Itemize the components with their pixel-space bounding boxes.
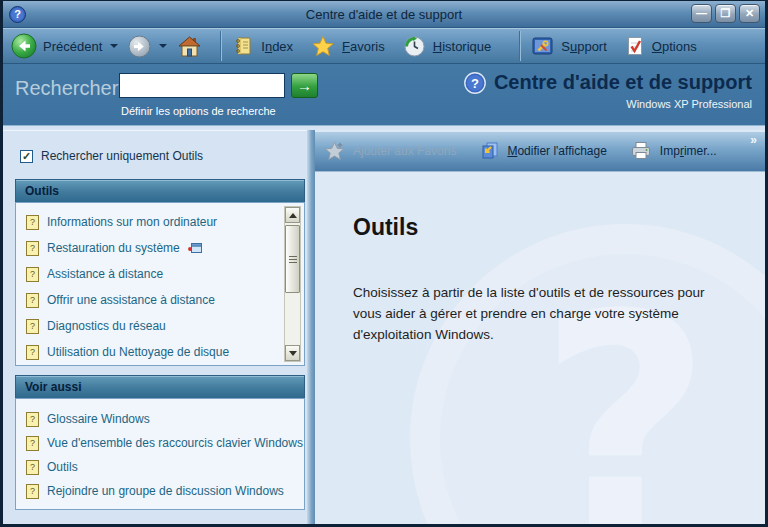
help-doc-icon bbox=[26, 412, 39, 427]
toolbar-button-index[interactable]: Index bbox=[232, 35, 293, 57]
help-doc-icon bbox=[26, 293, 39, 308]
list-item[interactable]: Restauration du système bbox=[16, 235, 304, 261]
watermark-question-circle: ? bbox=[410, 224, 765, 524]
back-dropdown-caret[interactable] bbox=[110, 44, 118, 48]
minimize-button[interactable]: — bbox=[691, 4, 712, 23]
print-label: Imprimer... bbox=[660, 144, 717, 158]
help-doc-icon bbox=[26, 241, 39, 256]
search-scope-filter[interactable]: ✓ Rechercher uniquement Outils bbox=[20, 149, 203, 163]
search-input[interactable] bbox=[119, 73, 285, 98]
checkbox-checked[interactable]: ✓ bbox=[20, 150, 33, 163]
forward-dropdown-caret[interactable] bbox=[159, 44, 167, 48]
toolbar-label-support: Support bbox=[561, 39, 607, 54]
list-item[interactable]: Vue d'ensemble des raccourcis clavier Wi… bbox=[16, 431, 304, 455]
checkbox-label: Rechercher uniquement Outils bbox=[41, 149, 203, 163]
external-window-icon bbox=[188, 242, 202, 254]
content-paragraph: Choisissez à partir de la liste d'outils… bbox=[353, 283, 725, 346]
change-view-button[interactable]: Modifier l'affichage bbox=[478, 140, 606, 161]
list-item[interactable]: Glossaire Windows bbox=[16, 407, 304, 431]
pane-divider bbox=[307, 130, 315, 524]
help-doc-icon bbox=[26, 215, 39, 230]
list-item[interactable]: Diagnostics du réseau bbox=[16, 313, 304, 339]
list-item[interactable]: Outils bbox=[16, 455, 304, 479]
list-item[interactable]: Utilisation du Nettoyage de disque bbox=[16, 339, 304, 365]
list-item[interactable]: Assistance à distance bbox=[16, 261, 304, 287]
help-doc-icon bbox=[26, 460, 39, 475]
toolbar-label-index: Index bbox=[261, 39, 293, 54]
toolbar-button-history[interactable]: Historique bbox=[403, 35, 492, 58]
star-icon bbox=[311, 35, 335, 58]
close-button[interactable]: ✕ bbox=[739, 4, 760, 23]
help-center-window: ? Centre d'aide et de support — ❐ ✕ Préc… bbox=[0, 0, 768, 527]
change-view-icon bbox=[478, 140, 500, 161]
support-icon bbox=[531, 35, 554, 57]
printer-icon bbox=[629, 140, 653, 161]
chevron-up-icon bbox=[289, 213, 297, 218]
see-also-box-header: Voir aussi bbox=[15, 375, 305, 398]
toolbar-button-options[interactable]: Options bbox=[625, 35, 697, 57]
toolbar-separator bbox=[220, 31, 222, 61]
see-also-list: Glossaire Windows Vue d'ensemble des rac… bbox=[15, 398, 305, 510]
scrollbar-thumb[interactable] bbox=[285, 225, 300, 293]
toolbar-separator bbox=[519, 31, 521, 61]
content-pane: Ajouter aux Favoris Modifier l'affichage bbox=[315, 130, 765, 524]
checklist-icon bbox=[625, 35, 645, 57]
chevron-down-icon bbox=[289, 351, 297, 356]
tools-box: Outils Informations sur mon ordinateur R… bbox=[15, 179, 305, 366]
list-item[interactable]: Offrir une assistance à distance bbox=[16, 287, 304, 313]
tools-box-header: Outils bbox=[15, 179, 305, 202]
clock-icon bbox=[403, 35, 426, 58]
page-title: Centre d'aide et de support bbox=[494, 71, 752, 94]
search-label: Rechercher bbox=[15, 77, 118, 100]
notebook-icon bbox=[232, 35, 254, 57]
home-icon bbox=[177, 35, 202, 58]
back-label: Précédent bbox=[43, 39, 102, 54]
grip-icon bbox=[289, 256, 297, 263]
home-button[interactable] bbox=[177, 35, 202, 58]
toolbar-overflow-chevron[interactable]: » bbox=[750, 133, 757, 147]
help-circle-icon: ? bbox=[464, 72, 486, 94]
arrow-right-icon: → bbox=[297, 77, 312, 94]
list-item[interactable]: Rejoindre un groupe de discussion Window… bbox=[16, 479, 304, 503]
forward-button[interactable] bbox=[128, 35, 169, 58]
list-item[interactable]: Informations sur mon ordinateur bbox=[16, 209, 304, 235]
toolbar-button-support[interactable]: Support bbox=[531, 35, 607, 57]
window-title: Centre d'aide et de support bbox=[3, 7, 765, 22]
content-toolbar: Ajouter aux Favoris Modifier l'affichage bbox=[315, 130, 765, 172]
scroll-up-button[interactable] bbox=[285, 207, 300, 223]
page-header: ? Centre d'aide et de support Windows XP… bbox=[464, 71, 752, 110]
search-go-button[interactable]: → bbox=[291, 73, 318, 98]
add-favorites-label: Ajouter aux Favoris bbox=[353, 144, 456, 158]
forward-icon bbox=[128, 35, 151, 58]
search-options-link[interactable]: Définir les options de recherche bbox=[121, 105, 276, 117]
content-heading: Outils bbox=[353, 214, 765, 241]
search-strip: Rechercher → Définir les options de rech… bbox=[3, 64, 765, 126]
list-item-partial[interactable] bbox=[16, 365, 304, 366]
page-subtitle: Windows XP Professional bbox=[464, 98, 752, 110]
back-button[interactable]: Précédent bbox=[11, 33, 120, 59]
svg-text:?: ? bbox=[471, 75, 479, 90]
toolbar-label-history: Historique bbox=[433, 39, 492, 54]
change-view-label: Modifier l'affichage bbox=[507, 144, 606, 158]
main-toolbar: Précédent bbox=[3, 28, 765, 64]
tools-list: Informations sur mon ordinateur Restaura… bbox=[15, 202, 305, 366]
tools-scrollbar[interactable] bbox=[284, 206, 301, 362]
back-icon bbox=[11, 33, 37, 59]
see-also-box: Voir aussi Glossaire Windows Vue d'ensem… bbox=[15, 375, 305, 510]
print-button[interactable]: Imprimer... bbox=[629, 140, 717, 161]
window-controls: — ❐ ✕ bbox=[691, 4, 760, 23]
toolbar-button-favorites[interactable]: Favoris bbox=[311, 35, 385, 58]
help-doc-icon bbox=[26, 484, 39, 499]
scroll-down-button[interactable] bbox=[285, 345, 300, 361]
titlebar[interactable]: ? Centre d'aide et de support — ❐ ✕ bbox=[3, 1, 765, 28]
left-pane: ✓ Rechercher uniquement Outils Outils In… bbox=[3, 130, 307, 524]
help-doc-icon bbox=[26, 345, 39, 360]
star-plus-icon bbox=[323, 140, 346, 162]
content-body: ? Outils Choisissez à partir de la liste… bbox=[315, 172, 765, 524]
toolbar-label-options: Options bbox=[652, 39, 697, 54]
help-doc-icon bbox=[26, 267, 39, 282]
add-favorites-button[interactable]: Ajouter aux Favoris bbox=[323, 140, 456, 162]
maximize-button[interactable]: ❐ bbox=[715, 4, 736, 23]
help-doc-icon bbox=[26, 436, 39, 451]
help-doc-icon bbox=[26, 319, 39, 334]
